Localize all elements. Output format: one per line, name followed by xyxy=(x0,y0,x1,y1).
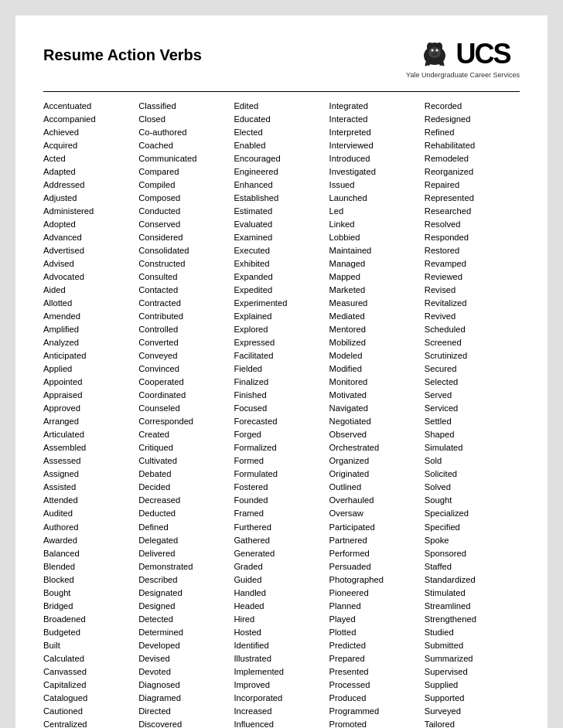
action-verb: Observed xyxy=(329,428,421,441)
action-verb: Solved xyxy=(425,481,517,494)
action-verb: Estimated xyxy=(234,205,326,218)
action-verb: Mobilized xyxy=(329,336,421,349)
action-verb: Counseled xyxy=(138,402,230,415)
action-verb: Lobbied xyxy=(329,231,421,244)
action-verb: Explored xyxy=(234,323,326,336)
action-verb: Detected xyxy=(138,613,230,626)
action-verb: Presented xyxy=(329,665,421,679)
action-verb: Graded xyxy=(234,560,326,573)
action-verb: Produced xyxy=(329,692,421,705)
action-verb: Canvassed xyxy=(43,665,135,679)
action-verb: Capitalized xyxy=(43,679,135,692)
action-verb: Calculated xyxy=(43,652,135,665)
action-verb: Considered xyxy=(138,231,230,244)
action-verb: Increased xyxy=(234,705,326,718)
action-verb: Balanced xyxy=(43,547,135,560)
action-verb: Co-authored xyxy=(138,126,230,139)
action-verb: Assessed xyxy=(43,454,135,468)
action-verb: Scrutinized xyxy=(425,349,517,362)
action-verb: Devised xyxy=(138,652,230,665)
action-verb: Simulated xyxy=(425,441,517,454)
action-verb: Researched xyxy=(425,205,517,218)
action-verb: Acted xyxy=(43,152,135,165)
action-verb: Screened xyxy=(425,336,517,349)
action-verb: Generated xyxy=(234,547,326,560)
action-verb: Settled xyxy=(425,415,517,428)
action-verb: Pioneered xyxy=(329,587,421,600)
action-verb: Monitored xyxy=(329,376,421,389)
action-verb: Programmed xyxy=(329,705,421,718)
action-verb: Formulated xyxy=(234,468,326,481)
action-verb: Accentuated xyxy=(43,100,135,113)
ucs-subtitle: Yale Undergraduate Career Services xyxy=(406,71,520,79)
action-verb: Amended xyxy=(43,310,135,323)
action-verb: Classified xyxy=(138,100,230,113)
action-verb: Persuaded xyxy=(329,560,421,573)
action-verb: Expedited xyxy=(234,284,326,297)
action-verb: Solicited xyxy=(425,468,517,481)
action-verb: Performed xyxy=(329,547,421,560)
action-verb: Issued xyxy=(329,179,421,192)
action-verb: Furthered xyxy=(234,521,326,534)
action-verb: Debated xyxy=(138,468,230,481)
action-verb: Measured xyxy=(329,297,421,310)
action-verb: Evaluated xyxy=(234,218,326,231)
action-verb: Secured xyxy=(425,362,517,376)
action-verb: Budgeted xyxy=(43,626,135,639)
action-verb: Achieved xyxy=(43,126,135,139)
action-verb: Delivered xyxy=(138,547,230,560)
action-verb: Expressed xyxy=(234,336,326,349)
action-verb: Processed xyxy=(329,679,421,692)
action-verb: Revived xyxy=(425,310,517,323)
action-verb: Plotted xyxy=(329,626,421,639)
action-verb: Integrated xyxy=(329,100,421,113)
action-verb: Interpreted xyxy=(329,126,421,139)
action-verb: Orchestrated xyxy=(329,441,421,454)
word-columns: AccentuatedAccompaniedAchievedAcquiredAc… xyxy=(43,100,520,728)
action-verb: Cautioned xyxy=(43,705,135,718)
svg-point-5 xyxy=(431,49,433,52)
action-verb: Educated xyxy=(234,113,326,126)
action-verb: Delegated xyxy=(138,534,230,547)
action-verb: Demonstrated xyxy=(138,560,230,573)
action-verb: Sought xyxy=(425,494,517,507)
action-verb: Introduced xyxy=(329,152,421,165)
action-verb: Remodeled xyxy=(425,152,517,165)
action-verb: Analyzed xyxy=(43,336,135,349)
action-verb: Consulted xyxy=(138,270,230,284)
action-verb: Assigned xyxy=(43,468,135,481)
action-verb: Elected xyxy=(234,126,326,139)
action-verb: Modeled xyxy=(329,349,421,362)
action-verb: Overhauled xyxy=(329,494,421,507)
action-verb: Influenced xyxy=(234,718,326,728)
action-verb: Restored xyxy=(425,244,517,257)
action-verb: Formalized xyxy=(234,441,326,454)
action-verb: Appointed xyxy=(43,376,135,389)
action-verb: Streamlined xyxy=(425,600,517,613)
action-verb: Founded xyxy=(234,494,326,507)
svg-point-7 xyxy=(432,53,438,56)
action-verb: Managed xyxy=(329,257,421,270)
action-verb: Expanded xyxy=(234,270,326,284)
action-verb: Awarded xyxy=(43,534,135,547)
action-verb: Mediated xyxy=(329,310,421,323)
action-verb: Hosted xyxy=(234,626,326,639)
header: Resume Action Verbs xyxy=(43,39,520,79)
action-verb: Fostered xyxy=(234,481,326,494)
action-verb: Established xyxy=(234,192,326,205)
action-verb: Modified xyxy=(329,362,421,376)
logo-area: UCS Yale Undergraduate Career Services xyxy=(406,39,520,79)
action-verb: Articulated xyxy=(43,428,135,441)
logo-text: UCS xyxy=(416,39,510,70)
action-verb: Encouraged xyxy=(234,152,326,165)
action-verb: Converted xyxy=(138,336,230,349)
action-verb: Amplified xyxy=(43,323,135,336)
action-verb: Prepared xyxy=(329,652,421,665)
action-verb: Critiqued xyxy=(138,441,230,454)
action-verb: Adjusted xyxy=(43,192,135,205)
action-verb: Supported xyxy=(425,692,517,705)
action-verb: Closed xyxy=(138,113,230,126)
page: Resume Action Verbs xyxy=(15,15,548,728)
action-verb: Handled xyxy=(234,587,326,600)
action-verb: Broadened xyxy=(43,613,135,626)
